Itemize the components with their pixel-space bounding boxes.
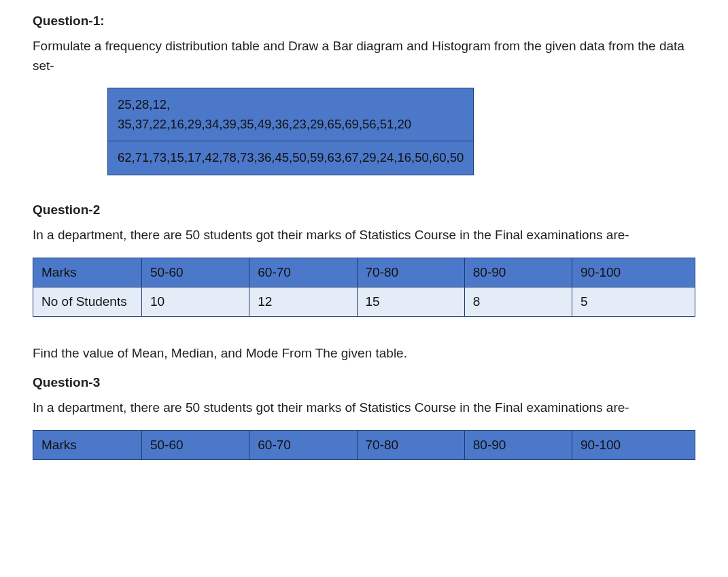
q3-heading: Question-3 — [33, 375, 695, 390]
q3-row1-cell: 70-80 — [357, 430, 464, 459]
q2-table: Marks 50-60 60-70 70-80 80-90 90-100 No … — [33, 258, 695, 317]
q2-row2-cell: 5 — [572, 287, 695, 316]
q3-table: Marks 50-60 60-70 70-80 80-90 90-100 — [33, 430, 695, 460]
q2-row2-cell: 8 — [464, 287, 572, 316]
q2-row1-cell: 90-100 — [572, 258, 695, 287]
q2-row2-label: No of Students — [33, 287, 142, 316]
q3-prompt: In a department, there are 50 students g… — [33, 398, 695, 418]
q2-followup: Find the value of Mean, Median, and Mode… — [33, 344, 695, 364]
q1-data-row2: 62,71,73,15,17,42,78,73,36,45,50,59,63,6… — [108, 141, 474, 175]
q3-row1-cell: 50-60 — [142, 430, 249, 459]
q3-row1-cell: 60-70 — [249, 430, 357, 459]
q2-prompt: In a department, there are 50 students g… — [33, 226, 695, 245]
q2-row2-cell: 15 — [357, 287, 464, 316]
q2-row2-cell: 12 — [249, 287, 357, 316]
q3-row1-label: Marks — [33, 430, 142, 459]
q2-heading: Question-2 — [33, 203, 695, 217]
q2-row1-cell: 80-90 — [464, 258, 572, 287]
q3-row1-cell: 80-90 — [464, 430, 572, 459]
q2-row1-label: Marks — [33, 258, 142, 287]
q2-row1-cell: 70-80 — [357, 258, 464, 287]
q1-data-box: 25,28,12, 35,37,22,16,29,34,39,35,49,36,… — [33, 88, 695, 175]
q2-row2-cell: 10 — [142, 287, 249, 316]
q1-prompt: Formulate a frequency distribution table… — [33, 37, 695, 75]
q1-data-row1: 25,28,12, 35,37,22,16,29,34,39,35,49,36,… — [108, 88, 474, 141]
q2-row1-cell: 60-70 — [249, 258, 357, 287]
q2-row1-cell: 50-60 — [142, 258, 249, 287]
q1-heading: Question-1: — [33, 14, 695, 29]
q3-row1-cell: 90-100 — [572, 430, 695, 459]
